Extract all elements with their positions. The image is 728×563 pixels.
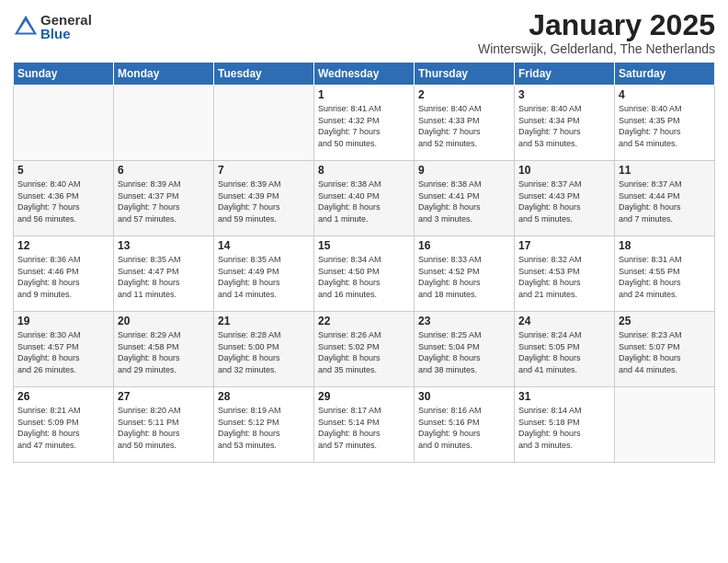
day-info: Sunrise: 8:33 AM Sunset: 4:52 PM Dayligh… <box>418 254 510 300</box>
calendar-cell: 3Sunrise: 8:40 AM Sunset: 4:34 PM Daylig… <box>515 86 615 161</box>
week-row-5: 26Sunrise: 8:21 AM Sunset: 5:09 PM Dayli… <box>14 387 715 463</box>
calendar-cell: 5Sunrise: 8:40 AM Sunset: 4:36 PM Daylig… <box>14 161 114 236</box>
day-info: Sunrise: 8:41 AM Sunset: 4:32 PM Dayligh… <box>318 103 410 149</box>
calendar-cell: 29Sunrise: 8:17 AM Sunset: 5:14 PM Dayli… <box>314 387 415 463</box>
days-header-row: SundayMondayTuesdayWednesdayThursdayFrid… <box>14 63 715 86</box>
calendar-cell: 17Sunrise: 8:32 AM Sunset: 4:53 PM Dayli… <box>515 236 615 312</box>
calendar-cell <box>615 387 715 463</box>
day-info: Sunrise: 8:35 AM Sunset: 4:47 PM Dayligh… <box>118 254 210 300</box>
calendar-cell: 14Sunrise: 8:35 AM Sunset: 4:49 PM Dayli… <box>214 236 314 312</box>
day-info: Sunrise: 8:23 AM Sunset: 5:07 PM Dayligh… <box>619 329 711 375</box>
day-number: 11 <box>619 164 711 177</box>
calendar-cell: 13Sunrise: 8:35 AM Sunset: 4:47 PM Dayli… <box>114 236 214 312</box>
day-header-thursday: Thursday <box>415 63 515 86</box>
week-row-1: 1Sunrise: 8:41 AM Sunset: 4:32 PM Daylig… <box>14 86 715 161</box>
calendar-cell: 21Sunrise: 8:28 AM Sunset: 5:00 PM Dayli… <box>214 312 314 387</box>
day-number: 15 <box>318 239 410 252</box>
calendar-cell: 12Sunrise: 8:36 AM Sunset: 4:46 PM Dayli… <box>14 236 114 312</box>
day-header-saturday: Saturday <box>615 63 715 86</box>
calendar-cell: 30Sunrise: 8:16 AM Sunset: 5:16 PM Dayli… <box>415 387 515 463</box>
day-number: 5 <box>17 164 109 177</box>
logo-general: General <box>40 13 92 27</box>
calendar-cell: 11Sunrise: 8:37 AM Sunset: 4:44 PM Dayli… <box>615 161 715 236</box>
day-number: 7 <box>218 164 310 177</box>
day-header-tuesday: Tuesday <box>214 63 314 86</box>
day-number: 16 <box>418 239 510 252</box>
calendar-cell: 9Sunrise: 8:38 AM Sunset: 4:41 PM Daylig… <box>415 161 515 236</box>
calendar: SundayMondayTuesdayWednesdayThursdayFrid… <box>13 62 715 463</box>
week-row-3: 12Sunrise: 8:36 AM Sunset: 4:46 PM Dayli… <box>14 236 715 312</box>
calendar-cell <box>214 86 314 161</box>
calendar-cell: 22Sunrise: 8:26 AM Sunset: 5:02 PM Dayli… <box>314 312 415 387</box>
calendar-cell: 1Sunrise: 8:41 AM Sunset: 4:32 PM Daylig… <box>314 86 415 161</box>
calendar-cell: 24Sunrise: 8:24 AM Sunset: 5:05 PM Dayli… <box>515 312 615 387</box>
day-info: Sunrise: 8:28 AM Sunset: 5:00 PM Dayligh… <box>218 329 310 375</box>
day-info: Sunrise: 8:39 AM Sunset: 4:37 PM Dayligh… <box>118 178 210 224</box>
day-info: Sunrise: 8:39 AM Sunset: 4:39 PM Dayligh… <box>218 178 310 224</box>
day-info: Sunrise: 8:38 AM Sunset: 4:40 PM Dayligh… <box>318 178 410 224</box>
logo: General Blue <box>13 13 92 40</box>
day-info: Sunrise: 8:29 AM Sunset: 4:58 PM Dayligh… <box>118 329 210 375</box>
day-number: 18 <box>619 239 711 252</box>
week-row-4: 19Sunrise: 8:30 AM Sunset: 4:57 PM Dayli… <box>14 312 715 387</box>
day-number: 22 <box>318 315 410 327</box>
day-number: 21 <box>218 315 310 327</box>
week-row-2: 5Sunrise: 8:40 AM Sunset: 4:36 PM Daylig… <box>14 161 715 236</box>
logo-icon <box>13 14 39 40</box>
day-info: Sunrise: 8:38 AM Sunset: 4:41 PM Dayligh… <box>418 178 510 224</box>
logo-blue: Blue <box>40 27 92 40</box>
day-number: 31 <box>518 390 610 403</box>
calendar-cell: 20Sunrise: 8:29 AM Sunset: 4:58 PM Dayli… <box>114 312 214 387</box>
calendar-cell: 15Sunrise: 8:34 AM Sunset: 4:50 PM Dayli… <box>314 236 415 312</box>
day-number: 25 <box>619 315 711 327</box>
day-number: 30 <box>418 390 510 403</box>
day-number: 20 <box>118 315 210 327</box>
calendar-cell <box>14 86 114 161</box>
day-info: Sunrise: 8:14 AM Sunset: 5:18 PM Dayligh… <box>518 405 610 451</box>
day-info: Sunrise: 8:20 AM Sunset: 5:11 PM Dayligh… <box>118 405 210 451</box>
location: Winterswijk, Gelderland, The Netherlands <box>478 41 715 56</box>
calendar-cell: 26Sunrise: 8:21 AM Sunset: 5:09 PM Dayli… <box>14 387 114 463</box>
day-number: 28 <box>218 390 310 403</box>
logo-text: General Blue <box>40 13 92 40</box>
calendar-cell: 10Sunrise: 8:37 AM Sunset: 4:43 PM Dayli… <box>515 161 615 236</box>
calendar-cell: 31Sunrise: 8:14 AM Sunset: 5:18 PM Dayli… <box>515 387 615 463</box>
day-info: Sunrise: 8:35 AM Sunset: 4:49 PM Dayligh… <box>218 254 310 300</box>
calendar-cell: 6Sunrise: 8:39 AM Sunset: 4:37 PM Daylig… <box>114 161 214 236</box>
day-number: 24 <box>518 315 610 327</box>
day-number: 10 <box>518 164 610 177</box>
day-number: 8 <box>318 164 410 177</box>
day-number: 13 <box>118 239 210 252</box>
day-info: Sunrise: 8:19 AM Sunset: 5:12 PM Dayligh… <box>218 405 310 451</box>
day-info: Sunrise: 8:32 AM Sunset: 4:53 PM Dayligh… <box>518 254 610 300</box>
day-info: Sunrise: 8:17 AM Sunset: 5:14 PM Dayligh… <box>318 405 410 451</box>
day-header-monday: Monday <box>114 63 214 86</box>
calendar-cell: 25Sunrise: 8:23 AM Sunset: 5:07 PM Dayli… <box>615 312 715 387</box>
day-info: Sunrise: 8:16 AM Sunset: 5:16 PM Dayligh… <box>418 405 510 451</box>
calendar-cell: 8Sunrise: 8:38 AM Sunset: 4:40 PM Daylig… <box>314 161 415 236</box>
day-info: Sunrise: 8:40 AM Sunset: 4:33 PM Dayligh… <box>418 103 510 149</box>
day-info: Sunrise: 8:36 AM Sunset: 4:46 PM Dayligh… <box>17 254 109 300</box>
calendar-cell: 19Sunrise: 8:30 AM Sunset: 4:57 PM Dayli… <box>14 312 114 387</box>
day-number: 3 <box>518 88 610 101</box>
calendar-cell <box>114 86 214 161</box>
day-info: Sunrise: 8:40 AM Sunset: 4:34 PM Dayligh… <box>518 103 610 149</box>
calendar-cell: 7Sunrise: 8:39 AM Sunset: 4:39 PM Daylig… <box>214 161 314 236</box>
month-title: January 2025 <box>478 9 715 41</box>
day-number: 17 <box>518 239 610 252</box>
day-info: Sunrise: 8:40 AM Sunset: 4:36 PM Dayligh… <box>17 178 109 224</box>
day-number: 29 <box>318 390 410 403</box>
day-number: 14 <box>218 239 310 252</box>
calendar-cell: 23Sunrise: 8:25 AM Sunset: 5:04 PM Dayli… <box>415 312 515 387</box>
day-info: Sunrise: 8:21 AM Sunset: 5:09 PM Dayligh… <box>17 405 109 451</box>
day-number: 26 <box>17 390 109 403</box>
day-info: Sunrise: 8:37 AM Sunset: 4:43 PM Dayligh… <box>518 178 610 224</box>
day-number: 23 <box>418 315 510 327</box>
day-number: 9 <box>418 164 510 177</box>
day-number: 6 <box>118 164 210 177</box>
calendar-cell: 27Sunrise: 8:20 AM Sunset: 5:11 PM Dayli… <box>114 387 214 463</box>
day-info: Sunrise: 8:24 AM Sunset: 5:05 PM Dayligh… <box>518 329 610 375</box>
day-info: Sunrise: 8:34 AM Sunset: 4:50 PM Dayligh… <box>318 254 410 300</box>
day-info: Sunrise: 8:30 AM Sunset: 4:57 PM Dayligh… <box>17 329 109 375</box>
day-number: 27 <box>118 390 210 403</box>
